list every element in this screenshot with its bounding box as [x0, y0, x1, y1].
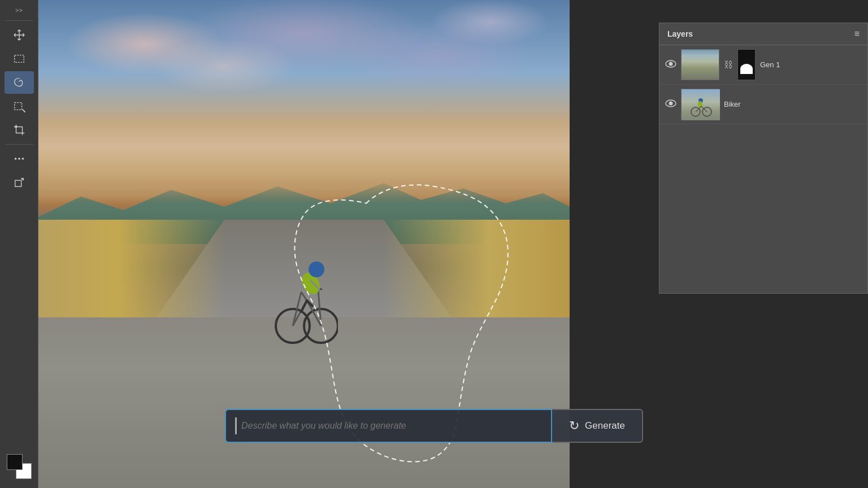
- svg-line-18: [301, 300, 307, 312]
- svg-point-4: [18, 158, 20, 160]
- layer-item-gen1[interactable]: ⛓ Gen 1: [659, 45, 867, 85]
- generate-icon: ↻: [569, 419, 579, 433]
- lasso-tool-button[interactable]: [5, 71, 34, 94]
- svg-point-3: [14, 158, 16, 160]
- layer-chain-icon: ⛓: [724, 60, 732, 70]
- biker-thumbnail-image: [682, 89, 719, 119]
- move-tool-button[interactable]: [5, 24, 34, 46]
- generate-prompt-input[interactable]: [241, 421, 542, 431]
- color-swatches[interactable]: [7, 454, 32, 479]
- svg-point-2: [15, 126, 17, 128]
- toolbar-divider: [5, 20, 33, 21]
- more-tools-icon: [13, 152, 25, 165]
- object-select-tool-button[interactable]: [5, 95, 34, 117]
- svg-rect-6: [15, 180, 21, 186]
- crop-icon: [13, 124, 25, 136]
- layer-mask-gen1: [737, 49, 756, 80]
- svg-point-23: [669, 102, 673, 106]
- more-tools-button[interactable]: [5, 147, 34, 170]
- crop-tool-button[interactable]: [5, 119, 34, 141]
- biker-svg: [270, 238, 338, 351]
- marquee-tool-button[interactable]: [5, 47, 34, 70]
- layer-item-biker[interactable]: Biker: [659, 85, 867, 124]
- svg-point-16: [309, 262, 324, 277]
- transform-tool-button[interactable]: [5, 171, 34, 194]
- foreground-color-swatch[interactable]: [7, 454, 23, 470]
- transform-icon: [13, 176, 25, 189]
- svg-rect-0: [14, 55, 24, 63]
- layers-panel: Layers ≡ ⛓ Gen 1: [659, 23, 868, 294]
- layer-visibility-biker[interactable]: [665, 98, 676, 110]
- layer-name-gen1: Gen 1: [760, 60, 862, 69]
- layer-thumbnail-biker: [681, 89, 719, 120]
- layer-name-biker: Biker: [724, 100, 862, 108]
- svg-line-11: [301, 292, 307, 300]
- lasso-icon: [13, 76, 25, 89]
- svg-point-5: [21, 158, 24, 160]
- svg-point-21: [669, 62, 673, 66]
- layer-thumbnail-gen1: [681, 49, 719, 80]
- toolbar-divider-2: [5, 144, 33, 145]
- layers-menu-icon[interactable]: ≡: [854, 29, 860, 39]
- text-cursor: [235, 417, 237, 434]
- layer-visibility-gen1[interactable]: [665, 59, 676, 71]
- toolbar-expand[interactable]: >>: [0, 5, 38, 16]
- generate-input-wrapper: [225, 409, 552, 443]
- layers-panel-title: Layers: [667, 29, 693, 38]
- layers-header: Layers ≡: [659, 23, 867, 45]
- generate-button[interactable]: ↻ Generate: [552, 409, 643, 443]
- svg-rect-1: [14, 103, 21, 110]
- toolbar: >>: [0, 0, 38, 488]
- marquee-icon: [13, 53, 25, 65]
- object-select-icon: [13, 100, 25, 112]
- biker-figure: [270, 238, 338, 351]
- generate-bar: ↻ Generate: [225, 409, 643, 443]
- move-icon: [13, 29, 25, 41]
- generate-button-label: Generate: [585, 420, 625, 432]
